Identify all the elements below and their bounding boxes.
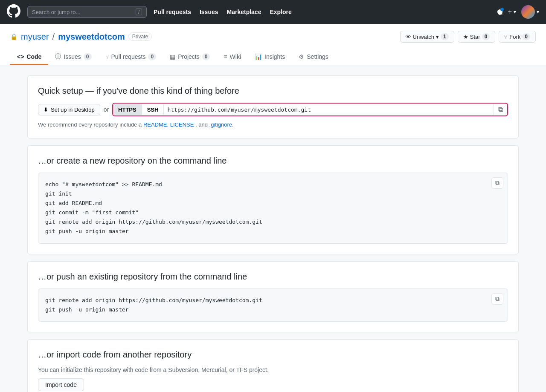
navbar-right: + ▾ ▾ bbox=[497, 5, 539, 19]
notification-dot bbox=[500, 8, 504, 11]
tab-projects-label: Projects bbox=[178, 53, 200, 60]
setup-desktop-button[interactable]: ⬇ Set up in Desktop bbox=[38, 104, 100, 115]
repo-actions: 👁 Unwatch ▾ 1 ★ Star 0 ⑂ Fork 0 bbox=[400, 31, 536, 43]
nav-explore[interactable]: Explore bbox=[270, 9, 291, 15]
issues-icon: ⓘ bbox=[55, 53, 61, 61]
user-menu-button[interactable]: ▾ bbox=[521, 5, 539, 19]
repo-separator: / bbox=[52, 32, 55, 42]
lock-icon: 🔒 bbox=[10, 33, 17, 40]
pr-count: 0 bbox=[148, 53, 156, 60]
quick-setup-title: Quick setup — if you've done this kind o… bbox=[38, 86, 508, 96]
create-new-title: …or create a new repository on the comma… bbox=[38, 156, 508, 166]
protocol-url-group: HTTPS SSH ⧉ bbox=[112, 103, 508, 116]
repo-header: 🔒 myuser / mysweetdotcom Private 👁 Unwat… bbox=[0, 24, 546, 65]
repo-owner-link[interactable]: myuser bbox=[21, 32, 49, 42]
copy-create-code-button[interactable]: ⧉ bbox=[491, 177, 503, 189]
tab-issues[interactable]: ⓘ Issues 0 bbox=[48, 49, 98, 65]
copy-code-icon2: ⧉ bbox=[495, 295, 500, 302]
avatar bbox=[521, 5, 535, 19]
nav-links: Pull requests Issues Marketplace Explore bbox=[154, 9, 490, 15]
insights-icon: 📊 bbox=[255, 53, 262, 60]
github-logo-icon[interactable] bbox=[7, 4, 20, 20]
or-text: or bbox=[104, 106, 109, 113]
push-existing-section: …or push an existing repository from the… bbox=[27, 261, 519, 332]
https-button[interactable]: HTTPS bbox=[113, 104, 142, 115]
wiki-icon: ≡ bbox=[224, 53, 227, 60]
tab-settings[interactable]: ⚙ Settings bbox=[292, 49, 335, 65]
push-existing-code-block: git remote add origin https://github.com… bbox=[38, 288, 508, 322]
quick-setup-section: Quick setup — if you've done this kind o… bbox=[27, 75, 519, 138]
new-item-button[interactable]: + ▾ bbox=[508, 8, 516, 16]
code-icon: <> bbox=[17, 53, 24, 60]
setup-row: ⬇ Set up in Desktop or HTTPS SSH ⧉ bbox=[38, 103, 508, 116]
tab-pull-requests[interactable]: ⑂ Pull requests 0 bbox=[99, 49, 163, 65]
tab-issues-label: Issues bbox=[64, 53, 81, 60]
tab-wiki[interactable]: ≡ Wiki bbox=[217, 49, 248, 65]
repo-name-link[interactable]: mysweetdotcom bbox=[58, 32, 125, 42]
import-description: You can initialize this repository with … bbox=[38, 366, 508, 373]
star-icon: ★ bbox=[463, 34, 468, 40]
desktop-icon: ⬇ bbox=[44, 107, 48, 113]
search-bar[interactable]: / bbox=[27, 6, 147, 18]
star-button[interactable]: ★ Star 0 bbox=[458, 31, 496, 43]
watch-button[interactable]: 👁 Unwatch ▾ 1 bbox=[400, 31, 454, 43]
star-label: Star bbox=[470, 34, 480, 40]
pr-icon: ⑂ bbox=[105, 53, 109, 60]
create-new-code-block: echo "# mysweetdotcom" >> README.md git … bbox=[38, 173, 508, 244]
import-code-section: …or import code from another repository … bbox=[27, 339, 519, 392]
navbar: / Pull requests Issues Marketplace Explo… bbox=[0, 0, 546, 24]
tab-pr-label: Pull requests bbox=[111, 53, 146, 60]
fork-icon: ⑂ bbox=[504, 34, 508, 40]
tab-code-label: Code bbox=[26, 53, 41, 60]
plus-icon: + bbox=[508, 8, 512, 16]
tab-insights-label: Insights bbox=[264, 53, 285, 60]
copy-push-code-button[interactable]: ⧉ bbox=[491, 293, 503, 305]
nav-marketplace[interactable]: Marketplace bbox=[227, 9, 261, 15]
desktop-btn-label: Set up in Desktop bbox=[51, 107, 95, 113]
eye-icon: 👁 bbox=[406, 34, 411, 40]
issues-count: 0 bbox=[84, 53, 92, 60]
search-input[interactable] bbox=[32, 9, 132, 15]
watch-dropdown-icon: ▾ bbox=[436, 34, 439, 40]
fork-count: 0 bbox=[522, 33, 530, 40]
nav-issues[interactable]: Issues bbox=[200, 9, 218, 15]
repo-tabs: <> Code ⓘ Issues 0 ⑂ Pull requests 0 ▦ P… bbox=[10, 49, 536, 65]
copy-code-icon: ⧉ bbox=[495, 179, 500, 186]
projects-count: 0 bbox=[202, 53, 210, 60]
watch-label: Unwatch bbox=[413, 34, 435, 40]
create-new-section: …or create a new repository on the comma… bbox=[27, 145, 519, 254]
ssh-button[interactable]: SSH bbox=[142, 104, 164, 115]
tab-wiki-label: Wiki bbox=[230, 53, 241, 60]
slash-hint: / bbox=[136, 9, 142, 15]
repo-url-input[interactable] bbox=[164, 104, 494, 115]
create-new-code: echo "# mysweetdotcom" >> README.md git … bbox=[45, 180, 501, 236]
notifications-button[interactable] bbox=[497, 9, 503, 15]
tab-code[interactable]: <> Code bbox=[10, 49, 48, 65]
star-count: 0 bbox=[482, 33, 490, 40]
push-existing-code: git remote add origin https://github.com… bbox=[45, 296, 501, 314]
license-link[interactable]: LICENSE bbox=[170, 121, 194, 128]
gitignore-link[interactable]: .gitignore bbox=[209, 121, 232, 128]
tab-projects[interactable]: ▦ Projects 0 bbox=[163, 49, 217, 65]
fork-button[interactable]: ⑂ Fork 0 bbox=[499, 31, 536, 43]
repo-title-row: 🔒 myuser / mysweetdotcom Private 👁 Unwat… bbox=[10, 31, 536, 43]
projects-icon: ▦ bbox=[170, 53, 175, 60]
main-content: Quick setup — if you've done this kind o… bbox=[17, 65, 529, 392]
readme-link[interactable]: README bbox=[143, 121, 167, 128]
watch-count: 1 bbox=[441, 33, 449, 40]
import-code-title: …or import code from another repository bbox=[38, 350, 508, 360]
recommend-text: We recommend every repository include a … bbox=[38, 121, 508, 128]
copy-url-button[interactable]: ⧉ bbox=[494, 104, 507, 115]
import-code-button[interactable]: Import code bbox=[38, 378, 84, 391]
fork-label: Fork bbox=[509, 34, 520, 40]
tab-insights[interactable]: 📊 Insights bbox=[248, 49, 292, 65]
push-existing-title: …or push an existing repository from the… bbox=[38, 272, 508, 282]
private-badge: Private bbox=[128, 32, 152, 41]
nav-pull-requests[interactable]: Pull requests bbox=[154, 9, 191, 15]
tab-settings-label: Settings bbox=[307, 53, 328, 60]
copy-icon: ⧉ bbox=[498, 106, 503, 113]
settings-icon: ⚙ bbox=[299, 53, 304, 60]
